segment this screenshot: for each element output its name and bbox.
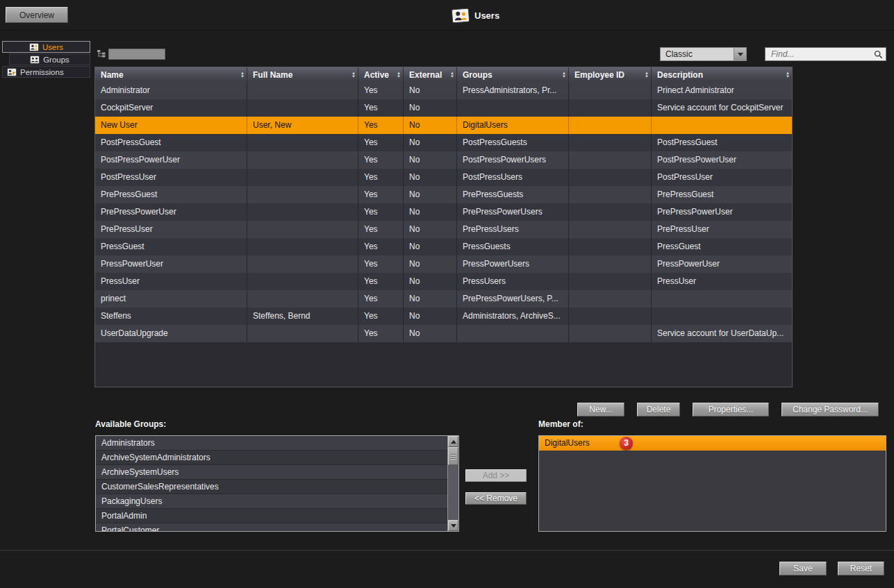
cell-employee-id bbox=[569, 99, 652, 117]
list-item[interactable]: PortalCustomer bbox=[96, 523, 447, 532]
view-mode-value: Classic bbox=[661, 49, 734, 59]
cell-groups: PostPressGuests bbox=[457, 134, 569, 151]
sidebar-item-permissions[interactable]: Permissions bbox=[2, 66, 90, 78]
column-header-external[interactable]: External▲▼ bbox=[404, 67, 457, 82]
column-header-label: Active bbox=[364, 70, 389, 80]
cell-employee-id bbox=[569, 169, 652, 186]
cell-active: Yes bbox=[358, 117, 404, 134]
table-row[interactable]: PrePressGuestYesNoPrePressGuestsPrePress… bbox=[95, 186, 792, 203]
cell-groups: PrePressPowerUsers bbox=[457, 203, 569, 221]
cell-active: Yes bbox=[358, 273, 404, 290]
reset-button[interactable]: Reset bbox=[838, 562, 884, 576]
column-header-groups[interactable]: Groups▲▼ bbox=[457, 67, 569, 82]
cell-description: PrePressGuest bbox=[652, 186, 792, 203]
scroll-up-button[interactable] bbox=[448, 436, 458, 447]
column-header-employee-id[interactable]: Employee ID▲▼ bbox=[569, 67, 652, 82]
overview-button[interactable]: Overview bbox=[6, 7, 68, 23]
cell-name: PrePressPowerUser bbox=[95, 203, 247, 221]
cell-description: Service account for UserDataUp... bbox=[652, 325, 792, 342]
table-row[interactable]: SteffensSteffens, BerndYesNoAdministrato… bbox=[95, 308, 792, 325]
table-row[interactable]: PressPowerUserYesNoPressPowerUsersPressP… bbox=[95, 255, 792, 273]
cell-external: No bbox=[404, 99, 457, 117]
scrollbar-thumb[interactable] bbox=[448, 447, 458, 465]
cell-full-name: Steffens, Bernd bbox=[247, 308, 358, 325]
cell-name: PrePressUser bbox=[95, 221, 247, 238]
list-item[interactable]: ArchiveSystemAdministrators bbox=[96, 451, 447, 465]
new-button[interactable]: New... bbox=[577, 403, 624, 417]
cell-full-name: User, New bbox=[247, 117, 358, 134]
cell-active: Yes bbox=[358, 82, 404, 99]
cell-full-name bbox=[247, 186, 358, 203]
change-password-button[interactable]: Change Password... bbox=[781, 403, 879, 417]
sidebar-item-label: Users bbox=[42, 43, 63, 51]
cell-employee-id bbox=[569, 117, 652, 134]
scrollbar-track[interactable] bbox=[448, 465, 458, 520]
table-row[interactable]: CockpitServerYesNoService account for Co… bbox=[95, 99, 792, 117]
available-groups-list: AdministratorsArchiveSystemAdministrator… bbox=[95, 435, 459, 532]
sort-icon: ▲▼ bbox=[450, 72, 454, 78]
table-row[interactable]: PressGuestYesNoPressGuestsPressGuest bbox=[95, 238, 792, 255]
table-row[interactable]: AdministratorYesNoPressAdministrators, P… bbox=[95, 82, 792, 99]
page-title-wrap: Users bbox=[452, 6, 499, 25]
sidebar-item-groups[interactable]: Groups bbox=[9, 53, 90, 65]
search-input[interactable] bbox=[765, 49, 874, 59]
delete-button[interactable]: Delete bbox=[637, 403, 680, 417]
table-row[interactable]: PrePressPowerUserYesNoPrePressPowerUsers… bbox=[95, 203, 792, 221]
cell-external: No bbox=[404, 134, 457, 151]
column-header-full-name[interactable]: Full Name▲▼ bbox=[247, 67, 358, 82]
cell-employee-id bbox=[569, 255, 652, 273]
users-tab-icon bbox=[29, 43, 39, 51]
cell-active: Yes bbox=[358, 186, 404, 203]
table-row[interactable]: New UserUser, NewYesNoDigitalUsers bbox=[95, 117, 792, 134]
cell-groups bbox=[457, 99, 569, 117]
properties-button[interactable]: Properties... bbox=[693, 403, 769, 417]
available-groups-rows: AdministratorsArchiveSystemAdministrator… bbox=[96, 436, 447, 532]
table-row[interactable]: PostPressUserYesNoPostPressUsersPostPres… bbox=[95, 169, 792, 186]
filter-field[interactable] bbox=[108, 49, 165, 60]
cell-full-name bbox=[247, 151, 358, 169]
list-item[interactable]: CustomerSalesRepresentatives bbox=[96, 480, 447, 494]
column-header-label: Name bbox=[101, 70, 124, 80]
table-row[interactable]: PostPressGuestYesNoPostPressGuestsPostPr… bbox=[95, 134, 792, 151]
cell-external: No bbox=[404, 325, 457, 342]
cell-groups: PressAdministrators, Pr... bbox=[457, 82, 569, 99]
column-header-description[interactable]: Description▲▼ bbox=[652, 67, 792, 82]
table-row[interactable]: UserDataUpgradeYesNoService account for … bbox=[95, 325, 792, 342]
footer-buttons: Save Reset bbox=[779, 562, 884, 576]
list-item[interactable]: PortalAdmin bbox=[96, 509, 447, 523]
cell-name: PostPressUser bbox=[95, 169, 247, 186]
list-item[interactable]: ArchiveSystemUsers bbox=[96, 465, 447, 480]
cell-description: PrePressPowerUser bbox=[652, 203, 792, 221]
cell-name: PressGuest bbox=[95, 238, 247, 255]
cell-full-name bbox=[247, 325, 358, 342]
cell-groups: PrePressUsers bbox=[457, 221, 569, 238]
cell-external: No bbox=[404, 255, 457, 273]
member-list-item[interactable]: DigitalUsers3 bbox=[539, 436, 886, 451]
column-header-active[interactable]: Active▲▼ bbox=[358, 67, 404, 82]
list-item[interactable]: PackagingUsers bbox=[96, 494, 447, 509]
users-table: Name▲▼Full Name▲▼Active▲▼External▲▼Group… bbox=[94, 67, 793, 387]
scroll-down-button[interactable] bbox=[448, 520, 458, 531]
cell-active: Yes bbox=[358, 308, 404, 325]
users-icon bbox=[451, 8, 470, 24]
cell-name: Steffens bbox=[95, 308, 247, 325]
cell-full-name bbox=[247, 169, 358, 186]
search-icon[interactable] bbox=[874, 50, 883, 59]
add-button[interactable]: Add >> bbox=[465, 469, 527, 482]
column-header-name[interactable]: Name▲▼ bbox=[95, 67, 247, 82]
hierarchy-icon[interactable] bbox=[97, 49, 106, 60]
sidebar-item-label: Permissions bbox=[20, 68, 64, 76]
cell-active: Yes bbox=[358, 134, 404, 151]
view-mode-select[interactable]: Classic bbox=[660, 47, 747, 61]
available-groups-label: Available Groups: bbox=[95, 419, 166, 429]
scrollbar[interactable] bbox=[447, 436, 458, 531]
table-row[interactable]: PressUserYesNoPressUsersPressUser bbox=[95, 273, 792, 290]
save-button[interactable]: Save bbox=[779, 562, 827, 576]
table-row[interactable]: PostPressPowerUserYesNoPostPressPowerUse… bbox=[95, 151, 792, 169]
table-row[interactable]: prinectYesNoPrePressPowerUsers, P... bbox=[95, 290, 792, 308]
sort-icon: ▲▼ bbox=[351, 72, 356, 78]
sidebar-item-users[interactable]: Users bbox=[2, 41, 90, 53]
list-item[interactable]: Administrators bbox=[96, 436, 447, 451]
table-row[interactable]: PrePressUserYesNoPrePressUsersPrePressUs… bbox=[95, 221, 792, 238]
remove-button[interactable]: << Remove bbox=[465, 492, 527, 505]
